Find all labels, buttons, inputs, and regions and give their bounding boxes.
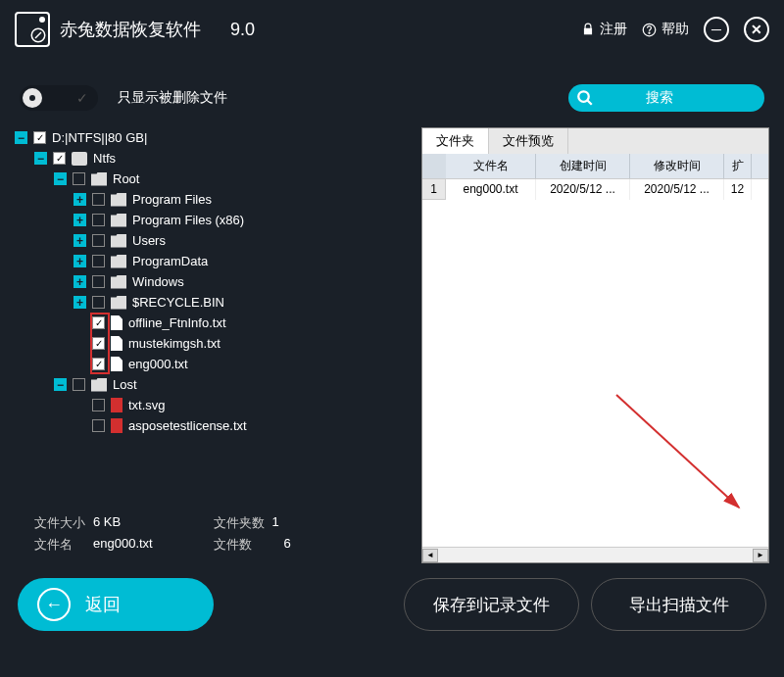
tree-node-users[interactable]: +Users xyxy=(15,230,412,251)
stat-name-label: 文件名 xyxy=(34,536,93,554)
search-icon xyxy=(576,89,594,107)
svg-point-2 xyxy=(649,32,650,33)
toolbar: ✓ 只显示被删除文件 搜索 xyxy=(0,78,784,118)
stat-size-value: 6 KB xyxy=(93,514,121,532)
grid-header: 文件名 创建时间 修改时间 扩 xyxy=(422,154,768,179)
minimize-button[interactable]: ─ xyxy=(704,17,729,42)
folder-tree[interactable]: −D:|NTFS||80 GB| −Ntfs −Root +Program Fi… xyxy=(15,127,412,505)
save-log-button[interactable]: 保存到记录文件 xyxy=(404,578,579,631)
lock-icon xyxy=(581,23,595,36)
stats-panel: 文件大小6 KB 文件夹数1 文件名eng000.txt 文件数6 xyxy=(15,505,412,563)
export-button[interactable]: 导出扫描文件 xyxy=(591,578,766,631)
tree-node-offline[interactable]: +offline_FtnInfo.txt xyxy=(15,313,412,333)
stat-size-label: 文件大小 xyxy=(34,514,93,532)
stat-files-label: 文件数 xyxy=(214,536,272,554)
check-icon: ✓ xyxy=(76,90,88,106)
help-button[interactable]: 帮助 xyxy=(642,21,689,38)
stat-folders-label: 文件夹数 xyxy=(214,514,272,532)
col-filename[interactable]: 文件名 xyxy=(446,154,536,178)
tab-preview[interactable]: 文件预览 xyxy=(489,128,568,154)
tree-node-ntfs[interactable]: −Ntfs xyxy=(15,148,412,169)
tree-node-root[interactable]: −Root xyxy=(15,169,412,189)
grid-body[interactable]: 1 eng000.txt 2020/5/12 ... 2020/5/12 ...… xyxy=(422,179,768,547)
tree-node-pf[interactable]: +Program Files xyxy=(15,189,412,210)
tree-node-mustek[interactable]: +mustekimgsh.txt xyxy=(15,333,412,354)
col-mtime[interactable]: 修改时间 xyxy=(630,154,724,178)
tree-node-eng[interactable]: +eng000.txt xyxy=(15,354,412,374)
stat-files-value: 6 xyxy=(284,536,291,554)
tree-node-programdata[interactable]: +ProgramData xyxy=(15,251,412,271)
col-ext[interactable]: 扩 xyxy=(724,154,752,178)
svg-point-3 xyxy=(578,91,589,102)
stat-folders-value: 1 xyxy=(272,514,279,532)
tree-node-windows[interactable]: +Windows xyxy=(15,271,412,292)
tree-node-aspose[interactable]: +asposetestlicense.txt xyxy=(15,415,412,436)
scroll-right-icon[interactable]: ► xyxy=(753,549,768,562)
preview-panel: 文件夹 文件预览 文件名 创建时间 修改时间 扩 1 eng000.txt 20… xyxy=(421,127,769,563)
horizontal-scrollbar[interactable]: ◄ ► xyxy=(422,547,768,562)
tree-node-drive[interactable]: −D:|NTFS||80 GB| xyxy=(15,127,412,148)
app-title: 赤兔数据恢复软件 xyxy=(60,18,201,41)
stat-name-value: eng000.txt xyxy=(93,536,153,554)
tree-node-recycle[interactable]: +$RECYCLE.BIN xyxy=(15,292,412,313)
back-arrow-icon: ← xyxy=(37,588,71,621)
tree-node-pfx86[interactable]: +Program Files (x86) xyxy=(15,210,412,230)
filter-label: 只显示被删除文件 xyxy=(118,89,227,107)
close-button[interactable]: ✕ xyxy=(744,17,769,42)
register-button[interactable]: 注册 xyxy=(581,21,627,38)
deleted-filter-toggle[interactable]: ✓ xyxy=(20,85,98,111)
search-button[interactable]: 搜索 xyxy=(568,84,764,112)
toggle-knob-icon xyxy=(23,88,42,108)
back-button[interactable]: ← 返回 xyxy=(18,578,214,631)
arrow-annotation-icon xyxy=(612,390,749,517)
app-logo-icon xyxy=(15,12,50,47)
tree-node-txtsvg[interactable]: +txt.svg xyxy=(15,395,412,415)
col-ctime[interactable]: 创建时间 xyxy=(536,154,630,178)
tree-node-lost[interactable]: −Lost xyxy=(15,374,412,395)
table-row[interactable]: 1 eng000.txt 2020/5/12 ... 2020/5/12 ...… xyxy=(422,179,768,200)
bottom-bar: ← 返回 保存到记录文件 导出扫描文件 xyxy=(0,563,784,646)
svg-line-4 xyxy=(616,395,739,508)
app-version: 9.0 xyxy=(230,20,255,40)
help-icon xyxy=(642,23,657,37)
scroll-left-icon[interactable]: ◄ xyxy=(422,549,438,562)
tab-folder[interactable]: 文件夹 xyxy=(422,128,489,154)
title-bar: 赤兔数据恢复软件 9.0 注册 帮助 ─ ✕ xyxy=(0,0,784,59)
